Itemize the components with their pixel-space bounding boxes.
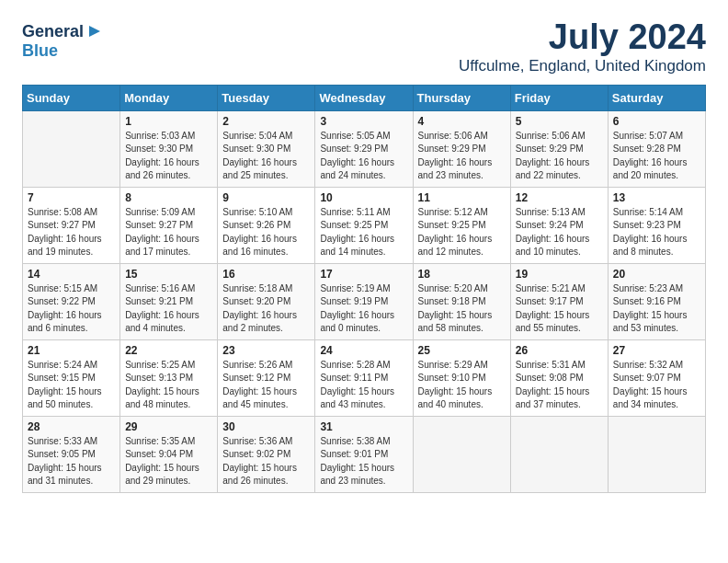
header-cell-saturday: Saturday: [608, 85, 705, 110]
calendar-week-5: 28Sunrise: 5:33 AM Sunset: 9:05 PM Dayli…: [23, 416, 706, 492]
day-number: 27: [613, 344, 700, 357]
day-detail: Sunrise: 5:35 AM Sunset: 9:04 PM Dayligh…: [125, 435, 212, 488]
calendar-cell: 3Sunrise: 5:05 AM Sunset: 9:29 PM Daylig…: [315, 110, 413, 187]
calendar-cell: 20Sunrise: 5:23 AM Sunset: 9:16 PM Dayli…: [608, 263, 705, 339]
calendar-cell: 7Sunrise: 5:08 AM Sunset: 9:27 PM Daylig…: [23, 187, 120, 263]
day-number: 19: [516, 268, 603, 281]
calendar-cell: 22Sunrise: 5:25 AM Sunset: 9:13 PM Dayli…: [120, 339, 218, 416]
calendar-cell: 30Sunrise: 5:36 AM Sunset: 9:02 PM Dayli…: [218, 416, 315, 492]
day-number: 11: [418, 191, 506, 204]
day-detail: Sunrise: 5:16 AM Sunset: 9:21 PM Dayligh…: [125, 282, 212, 336]
calendar-cell: 12Sunrise: 5:13 AM Sunset: 9:24 PM Dayli…: [510, 187, 608, 263]
day-number: 31: [320, 420, 407, 433]
day-detail: Sunrise: 5:07 AM Sunset: 9:28 PM Dayligh…: [613, 130, 700, 183]
day-number: 28: [28, 420, 115, 433]
month-title: July 2024: [459, 18, 706, 57]
header-cell-friday: Friday: [510, 85, 608, 110]
header-cell-monday: Monday: [120, 85, 218, 110]
day-number: 18: [418, 268, 506, 281]
day-number: 15: [125, 268, 212, 281]
calendar-cell: 6Sunrise: 5:07 AM Sunset: 9:28 PM Daylig…: [608, 110, 705, 187]
day-number: 10: [320, 191, 407, 204]
logo-text-general: General: [22, 23, 84, 41]
calendar-cell: 9Sunrise: 5:10 AM Sunset: 9:26 PM Daylig…: [218, 187, 315, 263]
day-detail: Sunrise: 5:10 AM Sunset: 9:26 PM Dayligh…: [222, 206, 310, 259]
day-detail: Sunrise: 5:20 AM Sunset: 9:18 PM Dayligh…: [418, 282, 506, 336]
day-detail: Sunrise: 5:05 AM Sunset: 9:29 PM Dayligh…: [320, 130, 407, 183]
day-number: 16: [222, 268, 310, 281]
calendar-cell: 11Sunrise: 5:12 AM Sunset: 9:25 PM Dayli…: [413, 187, 510, 263]
day-number: 17: [320, 268, 407, 281]
logo: General Blue: [22, 22, 102, 61]
calendar-cell: [608, 416, 705, 492]
day-detail: Sunrise: 5:24 AM Sunset: 9:15 PM Dayligh…: [28, 359, 115, 412]
day-detail: Sunrise: 5:38 AM Sunset: 9:01 PM Dayligh…: [320, 435, 407, 488]
day-detail: Sunrise: 5:15 AM Sunset: 9:22 PM Dayligh…: [28, 282, 115, 336]
day-number: 7: [28, 191, 115, 204]
calendar-cell: 14Sunrise: 5:15 AM Sunset: 9:22 PM Dayli…: [23, 263, 120, 339]
header-cell-wednesday: Wednesday: [315, 85, 413, 110]
calendar-cell: 23Sunrise: 5:26 AM Sunset: 9:12 PM Dayli…: [218, 339, 315, 416]
logo-text-blue: Blue: [22, 42, 58, 61]
page-header: General Blue July 2024 Uffculme, England…: [22, 18, 706, 75]
header-row: SundayMondayTuesdayWednesdayThursdayFrid…: [23, 85, 706, 110]
day-detail: Sunrise: 5:28 AM Sunset: 9:11 PM Dayligh…: [320, 359, 407, 412]
calendar-week-2: 7Sunrise: 5:08 AM Sunset: 9:27 PM Daylig…: [23, 187, 706, 263]
calendar-cell: 21Sunrise: 5:24 AM Sunset: 9:15 PM Dayli…: [23, 339, 120, 416]
calendar-cell: 28Sunrise: 5:33 AM Sunset: 9:05 PM Dayli…: [23, 416, 120, 492]
day-number: 1: [125, 115, 212, 128]
calendar-week-3: 14Sunrise: 5:15 AM Sunset: 9:22 PM Dayli…: [23, 263, 706, 339]
day-detail: Sunrise: 5:26 AM Sunset: 9:12 PM Dayligh…: [222, 359, 310, 412]
day-detail: Sunrise: 5:04 AM Sunset: 9:30 PM Dayligh…: [222, 130, 310, 183]
calendar-cell: 19Sunrise: 5:21 AM Sunset: 9:17 PM Dayli…: [510, 263, 608, 339]
day-detail: Sunrise: 5:13 AM Sunset: 9:24 PM Dayligh…: [516, 206, 603, 259]
calendar-table: SundayMondayTuesdayWednesdayThursdayFrid…: [22, 85, 706, 493]
calendar-cell: 17Sunrise: 5:19 AM Sunset: 9:19 PM Dayli…: [315, 263, 413, 339]
title-section: July 2024 Uffculme, England, United King…: [459, 18, 706, 75]
day-number: 23: [222, 344, 310, 357]
day-detail: Sunrise: 5:36 AM Sunset: 9:02 PM Dayligh…: [222, 435, 310, 488]
day-number: 26: [516, 344, 603, 357]
day-detail: Sunrise: 5:11 AM Sunset: 9:25 PM Dayligh…: [320, 206, 407, 259]
day-number: 2: [222, 115, 310, 128]
day-number: 9: [222, 191, 310, 204]
day-number: 12: [516, 191, 603, 204]
calendar-cell: 27Sunrise: 5:32 AM Sunset: 9:07 PM Dayli…: [608, 339, 705, 416]
calendar-cell: 16Sunrise: 5:18 AM Sunset: 9:20 PM Dayli…: [218, 263, 315, 339]
day-number: 6: [613, 115, 700, 128]
header-cell-thursday: Thursday: [413, 85, 510, 110]
svg-marker-0: [89, 26, 100, 37]
header-cell-sunday: Sunday: [23, 85, 120, 110]
calendar-cell: [413, 416, 510, 492]
calendar-cell: 25Sunrise: 5:29 AM Sunset: 9:10 PM Dayli…: [413, 339, 510, 416]
day-detail: Sunrise: 5:06 AM Sunset: 9:29 PM Dayligh…: [418, 130, 506, 183]
day-number: 20: [613, 268, 700, 281]
calendar-cell: 29Sunrise: 5:35 AM Sunset: 9:04 PM Dayli…: [120, 416, 218, 492]
calendar-cell: 15Sunrise: 5:16 AM Sunset: 9:21 PM Dayli…: [120, 263, 218, 339]
day-detail: Sunrise: 5:06 AM Sunset: 9:29 PM Dayligh…: [516, 130, 603, 183]
day-detail: Sunrise: 5:21 AM Sunset: 9:17 PM Dayligh…: [516, 282, 603, 336]
day-detail: Sunrise: 5:23 AM Sunset: 9:16 PM Dayligh…: [613, 282, 700, 336]
location-title: Uffculme, England, United Kingdom: [459, 57, 706, 75]
calendar-cell: 4Sunrise: 5:06 AM Sunset: 9:29 PM Daylig…: [413, 110, 510, 187]
day-number: 13: [613, 191, 700, 204]
header-cell-tuesday: Tuesday: [218, 85, 315, 110]
day-number: 22: [125, 344, 212, 357]
day-detail: Sunrise: 5:18 AM Sunset: 9:20 PM Dayligh…: [222, 282, 310, 336]
calendar-cell: 24Sunrise: 5:28 AM Sunset: 9:11 PM Dayli…: [315, 339, 413, 416]
calendar-cell: 8Sunrise: 5:09 AM Sunset: 9:27 PM Daylig…: [120, 187, 218, 263]
day-detail: Sunrise: 5:19 AM Sunset: 9:19 PM Dayligh…: [320, 282, 407, 336]
day-detail: Sunrise: 5:33 AM Sunset: 9:05 PM Dayligh…: [28, 435, 115, 488]
day-number: 29: [125, 420, 212, 433]
calendar-week-4: 21Sunrise: 5:24 AM Sunset: 9:15 PM Dayli…: [23, 339, 706, 416]
day-detail: Sunrise: 5:32 AM Sunset: 9:07 PM Dayligh…: [613, 359, 700, 412]
calendar-cell: 26Sunrise: 5:31 AM Sunset: 9:08 PM Dayli…: [510, 339, 608, 416]
calendar-cell: [23, 110, 120, 187]
day-detail: Sunrise: 5:29 AM Sunset: 9:10 PM Dayligh…: [418, 359, 506, 412]
calendar-cell: 13Sunrise: 5:14 AM Sunset: 9:23 PM Dayli…: [608, 187, 705, 263]
day-number: 14: [28, 268, 115, 281]
day-number: 30: [222, 420, 310, 433]
day-number: 5: [516, 115, 603, 128]
calendar-cell: 10Sunrise: 5:11 AM Sunset: 9:25 PM Dayli…: [315, 187, 413, 263]
day-number: 8: [125, 191, 212, 204]
